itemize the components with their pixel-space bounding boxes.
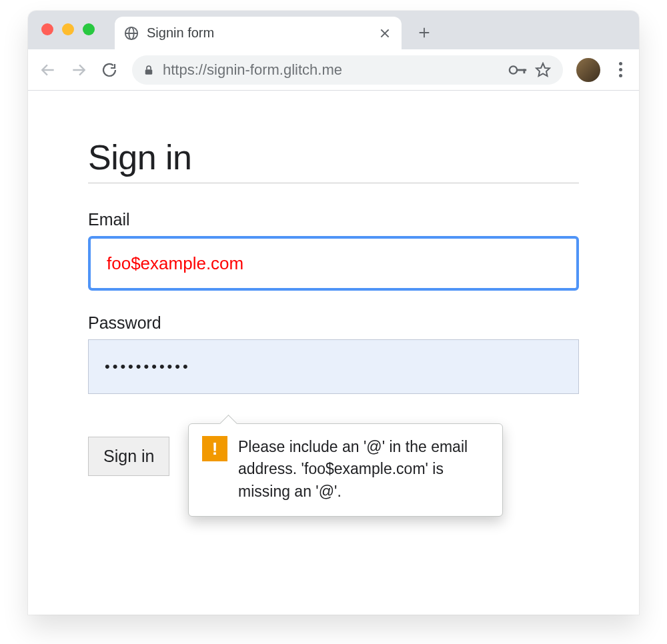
close-window-button[interactable] <box>41 23 53 35</box>
svg-marker-11 <box>536 63 550 76</box>
new-tab-button[interactable] <box>410 18 439 47</box>
title-bar: Signin form <box>28 11 639 49</box>
email-field-group: Email <box>88 210 579 291</box>
browser-window: Signin form <box>28 11 639 615</box>
window-controls <box>41 23 95 35</box>
email-input[interactable] <box>88 236 579 291</box>
warning-icon: ! <box>202 436 227 461</box>
email-label: Email <box>88 210 579 229</box>
minimize-window-button[interactable] <box>62 23 74 35</box>
forward-button[interactable] <box>65 57 92 83</box>
address-bar[interactable]: https://signin-form.glitch.me <box>132 55 563 85</box>
browser-menu-button[interactable] <box>608 58 632 82</box>
maximize-window-button[interactable] <box>83 23 95 35</box>
svg-rect-7 <box>145 69 153 75</box>
browser-toolbar: https://signin-form.glitch.me <box>28 49 639 91</box>
password-label: Password <box>88 313 579 333</box>
url-text: https://signin-form.glitch.me <box>163 61 500 79</box>
globe-icon <box>124 26 139 41</box>
validation-tooltip: ! Please include an '@' in the email add… <box>188 423 503 517</box>
back-button[interactable] <box>35 57 61 83</box>
bookmark-star-icon[interactable] <box>535 62 552 78</box>
lock-icon <box>143 64 155 76</box>
password-field-group: Password <box>88 313 579 394</box>
password-input[interactable] <box>88 339 579 394</box>
close-tab-button[interactable] <box>379 27 391 39</box>
svg-point-8 <box>510 66 517 73</box>
page-content: Sign in Email Password Sign in ! Please … <box>28 91 639 615</box>
page-title: Sign in <box>88 137 579 183</box>
reload-button[interactable] <box>96 57 123 83</box>
svg-rect-10 <box>524 69 526 73</box>
validation-message: Please include an '@' in the email addre… <box>238 436 489 503</box>
signin-button[interactable]: Sign in <box>88 437 169 476</box>
key-icon[interactable] <box>508 65 527 75</box>
profile-avatar[interactable] <box>576 58 600 82</box>
browser-tab[interactable]: Signin form <box>115 17 402 49</box>
tab-title: Signin form <box>147 25 371 41</box>
